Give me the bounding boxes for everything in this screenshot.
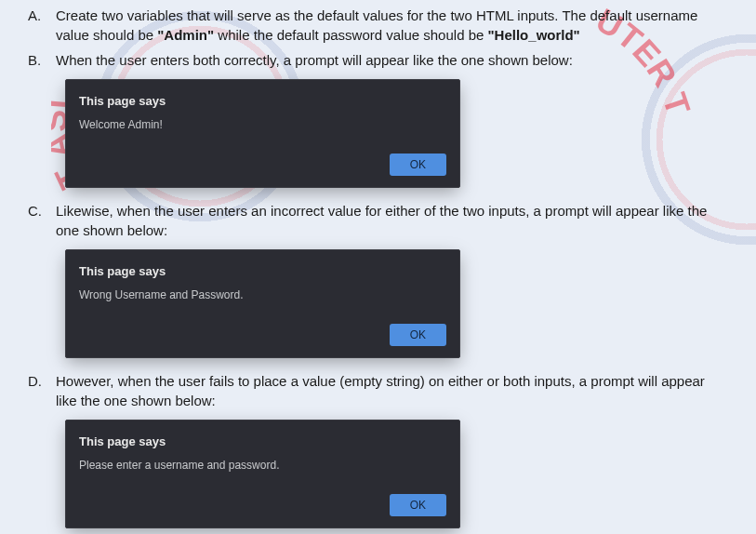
list-item-a: A. Create two variables that will serve … xyxy=(28,6,728,45)
item-a-seg2: while the default password value should … xyxy=(214,27,487,43)
dialog-actions: OK xyxy=(79,324,446,346)
document-content: A. Create two variables that will serve … xyxy=(0,0,756,534)
list-item-b: B. When the user enters both correctly, … xyxy=(28,50,728,70)
ok-button[interactable]: OK xyxy=(390,494,446,516)
item-d-letter: D. xyxy=(28,371,45,391)
item-c-text: Likewise, when the user enters an incorr… xyxy=(56,201,728,240)
alert-dialog-success: This page says Welcome Admin! OK xyxy=(65,79,460,188)
dialog-actions: OK xyxy=(79,494,446,516)
alert-dialog-empty: This page says Please enter a username a… xyxy=(65,420,460,528)
dialog-title: This page says xyxy=(79,434,446,450)
alert-dialog-wrong: This page says Wrong Username and Passwo… xyxy=(65,249,460,358)
dialog-message-welcome: Welcome Admin! xyxy=(79,117,446,133)
dialog-message-wrong: Wrong Username and Password. xyxy=(79,287,446,303)
item-d-text: However, when the user fails to place a … xyxy=(56,371,728,410)
ok-button[interactable]: OK xyxy=(390,324,446,346)
list-item-c: C. Likewise, when the user enters an inc… xyxy=(28,201,728,240)
item-b-text: When the user enters both correctly, a p… xyxy=(56,50,573,70)
item-c-letter: C. xyxy=(28,201,45,220)
ok-button[interactable]: OK xyxy=(390,154,446,176)
dialog-title: This page says xyxy=(79,263,446,280)
item-a-text: Create two variables that will serve as … xyxy=(56,6,728,45)
list-item-d: D. However, when the user fails to place… xyxy=(28,371,728,410)
dialog-message-empty: Please enter a username and password. xyxy=(79,458,446,474)
item-b-letter: B. xyxy=(28,50,45,70)
item-a-letter: A. xyxy=(28,6,45,25)
dialog-actions: OK xyxy=(79,154,446,176)
dialog-title: This page says xyxy=(79,93,446,110)
item-a-bold-admin: "Admin" xyxy=(157,27,214,43)
item-a-bold-hello: "Hello_world" xyxy=(488,27,580,43)
